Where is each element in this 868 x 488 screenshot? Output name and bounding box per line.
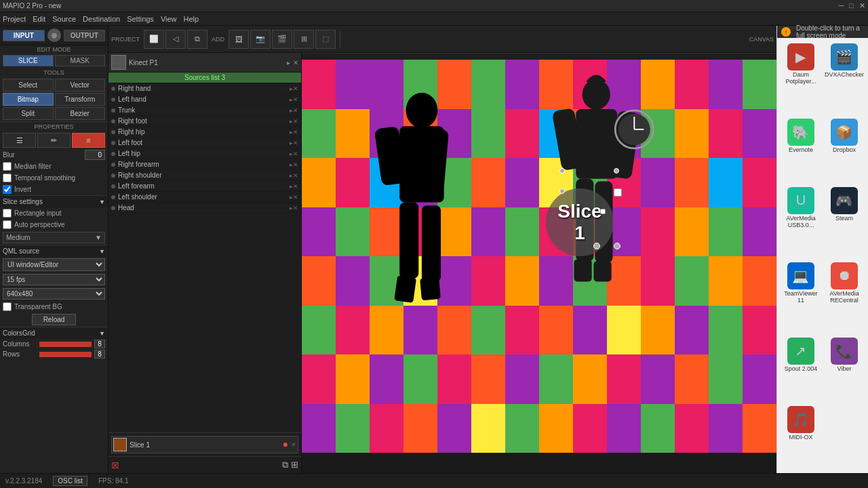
control-point-4[interactable] <box>614 188 622 197</box>
select-tool[interactable]: Select <box>3 79 54 92</box>
slice-1-item[interactable]: Slice 1 ⏺ ✕ <box>111 436 298 453</box>
app-avermedia[interactable]: U AVerMedia USB3.0... <box>780 184 822 258</box>
app-avermedia-rec[interactable]: ⏺ AVerMedia RECentral <box>823 260 865 333</box>
grid-cell <box>573 306 607 355</box>
source-left-foot[interactable]: Left foot ▸ ✕ <box>108 138 301 148</box>
source-head[interactable]: Head ▸ ✕ <box>108 203 301 214</box>
slice-settings-header[interactable]: Slice settings ▼ <box>0 195 108 207</box>
colors-grid-header[interactable]: ColorsGrid ▼ <box>0 327 108 339</box>
transparent-bg-checkbox[interactable]: Transparent BG <box>0 301 108 312</box>
src-close-icon[interactable]: ✕ <box>293 194 298 201</box>
source-trunk[interactable]: Trunk ▸ ✕ <box>108 105 301 116</box>
src-close-icon[interactable]: ✕ <box>293 150 298 157</box>
kinect-bottom-icon-3[interactable]: ⊞ <box>291 460 298 470</box>
ui-window-editor-select[interactable]: UI window/Editor <box>3 258 105 271</box>
source-right-shoulder[interactable]: Right shoulder ▸ ✕ <box>108 170 301 181</box>
mask-button[interactable]: MASK <box>55 55 106 66</box>
output-button[interactable]: OUTPUT <box>64 30 106 41</box>
app-teamviewer[interactable]: 💻 TeamViewer 11 <box>780 260 822 333</box>
menu-help[interactable]: Help <box>184 15 199 23</box>
slice-record-icon[interactable]: ⏺ <box>282 441 288 448</box>
grid-cell <box>437 354 471 404</box>
slice-button[interactable]: SLICE <box>3 55 54 66</box>
prop-icon-2[interactable]: ✏ <box>37 133 71 148</box>
menu-project[interactable]: Project <box>3 15 26 23</box>
control-point-7[interactable] <box>614 243 620 249</box>
invert-checkbox[interactable]: Invert <box>0 184 108 195</box>
menu-source[interactable]: Source <box>52 15 76 23</box>
src-close-icon[interactable]: ✕ <box>293 140 298 146</box>
app-dropbox[interactable]: 📦 Dropbox <box>823 116 865 183</box>
perspective-dropdown[interactable]: Medium ▼ <box>3 232 105 243</box>
rectangle-input-checkbox[interactable]: Rectangle input <box>0 207 108 219</box>
resolution-select[interactable]: 640x480 <box>3 288 105 300</box>
source-right-foot[interactable]: Right foot ▸ ✕ <box>108 116 301 127</box>
control-point-6[interactable] <box>593 243 600 249</box>
menu-destination[interactable]: Destination <box>83 15 120 23</box>
qml-source-header[interactable]: QML source ▼ <box>0 245 108 257</box>
src-close-icon[interactable]: ✕ <box>293 129 298 136</box>
input-button[interactable]: INPUT <box>3 30 45 41</box>
osc-list-button[interactable]: OSC list <box>53 476 87 486</box>
fps-select[interactable]: 15 fps <box>3 274 105 285</box>
project-btn-3[interactable]: ⧉ <box>187 30 208 49</box>
control-point-2[interactable] <box>614 168 619 174</box>
src-close-icon[interactable]: ✕ <box>293 183 298 190</box>
slice-close-icon[interactable]: ✕ <box>291 441 296 448</box>
source-right-hip[interactable]: Right hip ▸ ✕ <box>108 127 301 138</box>
maximize-btn[interactable]: □ <box>849 1 854 10</box>
src-close-icon[interactable]: ✕ <box>293 118 298 125</box>
src-close-icon[interactable]: ✕ <box>293 107 298 114</box>
kinect-bottom-icon-2[interactable]: ⧉ <box>282 460 288 470</box>
source-left-hip[interactable]: Left hip ▸ ✕ <box>108 148 301 159</box>
bezier-tool[interactable]: Bezier <box>55 107 106 120</box>
app-daum-potplayer[interactable]: ▶ Daum Potplayer... <box>780 41 822 115</box>
auto-perspective-checkbox[interactable]: Auto perspective <box>0 219 108 230</box>
add-btn-1[interactable]: 🖼 <box>229 30 249 49</box>
src-close-icon[interactable]: ✕ <box>293 85 298 92</box>
source-left-forearm[interactable]: Left forearm ▸ ✕ <box>108 181 301 192</box>
source-right-hand[interactable]: Right hand ▸ ✕ <box>108 83 301 94</box>
vector-tool[interactable]: Vector <box>55 79 106 92</box>
close-btn[interactable]: ✕ <box>859 1 865 10</box>
reload-button[interactable]: Reload <box>32 314 77 325</box>
src-close-icon[interactable]: ✕ <box>293 161 298 168</box>
menu-view[interactable]: View <box>161 15 177 23</box>
add-btn-2[interactable]: 📷 <box>250 30 271 49</box>
source-right-forearm[interactable]: Right forearm ▸ ✕ <box>108 159 301 170</box>
temporal-smoothing-checkbox[interactable]: Temporal smoothing <box>0 172 108 184</box>
source-left-hand[interactable]: Left hand ▸ ✕ <box>108 94 301 105</box>
bitmap-tool[interactable]: Bitmap <box>3 93 54 106</box>
app-viber[interactable]: 📞 Viber <box>823 335 865 402</box>
project-btn-2[interactable]: ◁ <box>165 30 186 49</box>
app-steam[interactable]: 🎮 Steam <box>823 184 865 258</box>
kinect-expand[interactable]: ▸ <box>287 59 290 66</box>
median-filter-checkbox[interactable]: Median filter <box>0 161 108 172</box>
app-spout[interactable]: ↗ Spout 2.004 <box>780 335 822 402</box>
kinect-bottom-icon-1[interactable]: ⊠ <box>111 460 119 470</box>
app-midiox[interactable]: 🎵 MIDI-OX <box>780 403 822 470</box>
grid-cell <box>675 60 709 109</box>
notification-icon[interactable]: ! <box>781 27 791 37</box>
prop-icon-1[interactable]: ☰ <box>3 133 36 148</box>
minimize-btn[interactable]: ─ <box>839 1 844 10</box>
menu-edit[interactable]: Edit <box>33 15 45 23</box>
control-point-3[interactable] <box>559 188 565 194</box>
app-evernote[interactable]: 🐘 Evernote <box>780 116 822 183</box>
prop-icon-3[interactable]: ≡ <box>72 133 105 148</box>
source-left-shoulder[interactable]: Left shoulder ▸ ✕ <box>108 192 301 203</box>
project-btn-1[interactable]: ⬜ <box>144 30 164 49</box>
add-btn-4[interactable]: ⊞ <box>294 30 314 49</box>
src-close-icon[interactable]: ✕ <box>293 205 298 211</box>
kinect-close[interactable]: ✕ <box>293 59 298 66</box>
menu-settings[interactable]: Settings <box>127 15 154 23</box>
transform-tool[interactable]: Transform <box>55 93 106 106</box>
app-dvxachecker[interactable]: 🎬 DVXAChecker <box>823 41 865 115</box>
add-btn-5[interactable]: ⬚ <box>315 30 336 49</box>
control-point-1[interactable] <box>559 168 565 174</box>
add-btn-3[interactable]: 🎬 <box>272 30 292 49</box>
control-point-5[interactable] <box>600 209 606 214</box>
split-tool[interactable]: Split <box>3 107 54 120</box>
src-close-icon[interactable]: ✕ <box>293 172 298 179</box>
src-close-icon[interactable]: ✕ <box>293 96 298 103</box>
